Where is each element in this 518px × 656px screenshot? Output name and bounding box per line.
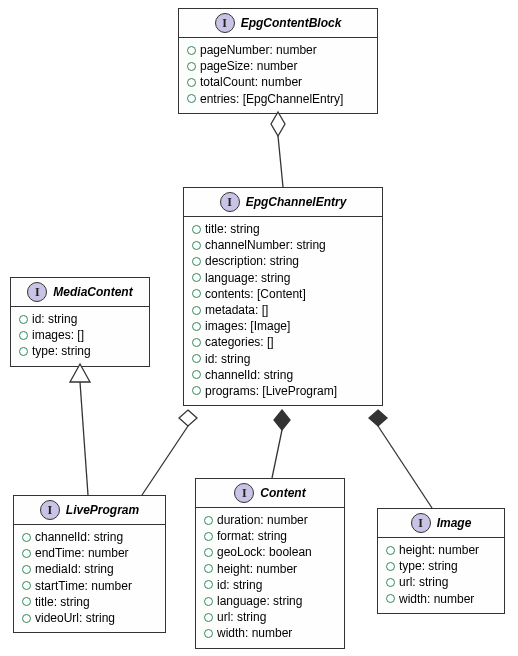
- visibility-icon: [192, 322, 201, 331]
- visibility-icon: [22, 549, 31, 558]
- attribute-label: type: string: [32, 343, 91, 359]
- attribute-label: channelId: string: [35, 529, 123, 545]
- attribute-label: geoLock: boolean: [217, 544, 312, 560]
- visibility-icon: [192, 225, 201, 234]
- svg-marker-4: [274, 410, 290, 430]
- visibility-icon: [22, 597, 31, 606]
- class-title: Image: [437, 516, 472, 530]
- attribute-label: height: number: [217, 561, 297, 577]
- attribute-label: images: [Image]: [205, 318, 290, 334]
- attribute-label: images: []: [32, 327, 84, 343]
- attribute: images: [Image]: [192, 318, 374, 334]
- class-title: EpgChannelEntry: [246, 195, 347, 209]
- visibility-icon: [192, 306, 201, 315]
- visibility-icon: [192, 241, 201, 250]
- visibility-icon: [386, 578, 395, 587]
- svg-line-9: [80, 382, 88, 495]
- attribute: entries: [EpgChannelEntry]: [187, 91, 369, 107]
- interface-icon: I: [220, 192, 240, 212]
- visibility-icon: [386, 562, 395, 571]
- class-header: I MediaContent: [11, 278, 149, 307]
- class-header: I Content: [196, 479, 344, 508]
- interface-icon: I: [27, 282, 47, 302]
- class-epgchannelentry: I EpgChannelEntry title: string channelN…: [183, 187, 383, 406]
- attribute: height: number: [204, 561, 336, 577]
- visibility-icon: [204, 516, 213, 525]
- class-body: channelId: string endTime: number mediaI…: [14, 525, 165, 632]
- visibility-icon: [192, 386, 201, 395]
- svg-line-5: [272, 430, 282, 478]
- attribute-label: mediaId: string: [35, 561, 114, 577]
- attribute: url: string: [204, 609, 336, 625]
- class-title: Content: [260, 486, 305, 500]
- class-body: duration: number format: string geoLock:…: [196, 508, 344, 648]
- attribute-label: contents: [Content]: [205, 286, 306, 302]
- attribute: images: []: [19, 327, 141, 343]
- visibility-icon: [192, 338, 201, 347]
- visibility-icon: [19, 331, 28, 340]
- visibility-icon: [204, 564, 213, 573]
- attribute-label: format: string: [217, 528, 287, 544]
- edge-epgchannelentry-image: [369, 410, 432, 508]
- class-header: I Image: [378, 509, 504, 538]
- class-content: I Content duration: number format: strin…: [195, 478, 345, 649]
- attribute: id: string: [19, 311, 141, 327]
- attribute-label: programs: [LiveProgram]: [205, 383, 337, 399]
- attribute: height: number: [386, 542, 496, 558]
- visibility-icon: [22, 565, 31, 574]
- visibility-icon: [204, 580, 213, 589]
- attribute: width: number: [204, 625, 336, 641]
- class-epgcontentblock: I EpgContentBlock pageNumber: number pag…: [178, 8, 378, 114]
- attribute: duration: number: [204, 512, 336, 528]
- interface-icon: I: [215, 13, 235, 33]
- visibility-icon: [22, 614, 31, 623]
- visibility-icon: [204, 548, 213, 557]
- class-body: pageNumber: number pageSize: number tota…: [179, 38, 377, 113]
- visibility-icon: [19, 347, 28, 356]
- svg-marker-6: [369, 410, 387, 426]
- visibility-icon: [204, 613, 213, 622]
- attribute: title: string: [192, 221, 374, 237]
- visibility-icon: [187, 94, 196, 103]
- attribute: channelId: string: [22, 529, 157, 545]
- attribute: totalCount: number: [187, 74, 369, 90]
- attribute-label: metadata: []: [205, 302, 268, 318]
- class-body: title: string channelNumber: string desc…: [184, 217, 382, 405]
- interface-icon: I: [40, 500, 60, 520]
- visibility-icon: [187, 62, 196, 71]
- attribute: type: string: [386, 558, 496, 574]
- visibility-icon: [192, 289, 201, 298]
- attribute-label: height: number: [399, 542, 479, 558]
- visibility-icon: [19, 315, 28, 324]
- visibility-icon: [192, 370, 201, 379]
- class-header: I EpgContentBlock: [179, 9, 377, 38]
- attribute-label: categories: []: [205, 334, 274, 350]
- class-title: MediaContent: [53, 285, 132, 299]
- svg-line-7: [378, 426, 432, 508]
- attribute-label: id: string: [32, 311, 77, 327]
- class-image: I Image height: number type: string url:…: [377, 508, 505, 614]
- visibility-icon: [192, 354, 201, 363]
- attribute-label: description: string: [205, 253, 299, 269]
- attribute: channelId: string: [192, 367, 374, 383]
- attribute-label: id: string: [205, 351, 250, 367]
- attribute-label: duration: number: [217, 512, 308, 528]
- attribute-label: channelNumber: string: [205, 237, 326, 253]
- visibility-icon: [204, 629, 213, 638]
- attribute-label: title: string: [35, 594, 90, 610]
- attribute-label: url: string: [217, 609, 266, 625]
- class-body: id: string images: [] type: string: [11, 307, 149, 366]
- svg-marker-0: [271, 112, 285, 136]
- attribute-label: url: string: [399, 574, 448, 590]
- svg-line-3: [142, 426, 188, 495]
- attribute-label: width: number: [217, 625, 292, 641]
- attribute-label: id: string: [217, 577, 262, 593]
- visibility-icon: [187, 46, 196, 55]
- attribute-label: title: string: [205, 221, 260, 237]
- attribute: pageSize: number: [187, 58, 369, 74]
- attribute-label: startTime: number: [35, 578, 132, 594]
- svg-marker-8: [70, 364, 90, 382]
- edge-epgchannelentry-liveprogram: [142, 410, 197, 495]
- attribute: width: number: [386, 591, 496, 607]
- attribute: url: string: [386, 574, 496, 590]
